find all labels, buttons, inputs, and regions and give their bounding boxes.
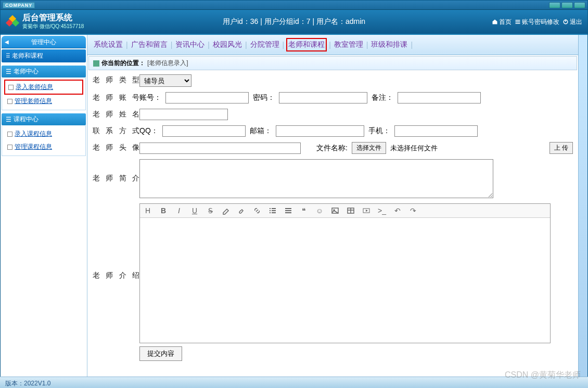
nav-branch[interactable]: 分院管理 <box>249 39 280 50</box>
right-scrollbar[interactable] <box>578 35 587 387</box>
heading-icon[interactable]: H <box>143 206 152 215</box>
choose-file-button[interactable]: 选择文件 <box>352 142 386 154</box>
label-phone: 手机： <box>368 126 390 136</box>
qq-input[interactable] <box>162 125 246 137</box>
submit-button[interactable]: 提交内容 <box>139 346 182 361</box>
breadcrumb: 你当前的位置： [老师信息录入] <box>88 56 577 70</box>
form-content: 老师类型 辅导员 老师账号 账号： 密码： 备注： <box>87 71 578 387</box>
nav-ads[interactable]: 广告和留言 <box>130 39 169 50</box>
label-contact: 联系方式 <box>93 125 139 136</box>
label-password: 密码： <box>253 93 275 102</box>
sidebar-group-label: 课程中心 <box>14 115 39 124</box>
svg-rect-6 <box>272 208 276 209</box>
italic-icon[interactable]: I <box>174 206 184 215</box>
brush-icon[interactable] <box>237 206 246 215</box>
label-username: 账号： <box>139 93 161 102</box>
app-title: 后台管理系统 <box>22 14 84 22</box>
maximize-button[interactable] <box>561 2 573 8</box>
logout-link[interactable]: 退出 <box>563 18 582 27</box>
link-icon[interactable] <box>252 206 262 215</box>
sidebar-group-course[interactable]: ☰ 课程中心 <box>2 113 86 125</box>
rich-editor: H B I U S̶ ❝ ☺ <box>139 203 551 343</box>
window-titlebar: COMPANY <box>1 1 587 10</box>
sidebar-item-label: 管理老师信息 <box>15 97 52 106</box>
bold-icon[interactable]: B <box>159 206 168 215</box>
label-avatar: 老师头像 <box>93 142 139 152</box>
nav-classroom[interactable]: 教室管理 <box>333 39 364 50</box>
nav-campus[interactable]: 校园风光 <box>212 39 243 50</box>
table-icon[interactable] <box>346 206 355 215</box>
quote-icon[interactable]: ❝ <box>299 206 309 215</box>
power-icon <box>563 19 569 25</box>
label-name: 老师姓名 <box>93 109 139 119</box>
phone-input[interactable] <box>394 125 478 137</box>
home-label: 首页 <box>499 18 512 27</box>
nav-schedule[interactable]: 班级和排课 <box>370 39 408 50</box>
username-input[interactable] <box>165 92 249 104</box>
image-icon[interactable] <box>330 206 340 215</box>
video-icon[interactable] <box>362 206 371 215</box>
sidebar-module: ⠿ 老师和课程 <box>2 49 86 62</box>
svg-rect-13 <box>285 212 291 213</box>
label-type: 老师类型 <box>93 74 139 85</box>
label-bio: 老师简介 <box>93 159 139 183</box>
list-icon[interactable] <box>268 206 277 215</box>
sidebar-group-teacher[interactable]: ☰ 老师中心 <box>2 66 86 77</box>
upload-button[interactable]: 上 传 <box>549 142 573 154</box>
underline-icon[interactable]: U <box>190 206 199 215</box>
sidebar-group-label: 老师中心 <box>14 67 39 76</box>
label-qq: QQ： <box>139 126 158 136</box>
minimize-button[interactable] <box>549 2 560 8</box>
label-remark: 备注： <box>372 93 393 102</box>
svg-rect-0 <box>516 20 520 21</box>
sidebar-item-add-teacher[interactable]: 录入老师信息 <box>4 80 83 95</box>
change-password-label: 账号密码修改 <box>522 18 559 27</box>
nav-system[interactable]: 系统设置 <box>93 39 124 50</box>
sidebar-item-add-course[interactable]: 录入课程信息 <box>4 127 83 140</box>
email-input[interactable] <box>276 125 364 137</box>
svg-rect-9 <box>270 212 271 213</box>
svg-rect-8 <box>272 210 276 211</box>
list-icon: ☰ <box>6 68 11 75</box>
svg-rect-11 <box>285 208 291 209</box>
change-password-link[interactable]: 账号密码修改 <box>515 18 559 27</box>
close-button[interactable] <box>574 2 585 8</box>
sidebar: 管理中心 ⠿ 老师和课程 ☰ 老师中心 录入老师信息 <box>1 35 87 387</box>
list-icon: ☰ <box>6 116 11 123</box>
sidebar-item-manage-teacher[interactable]: 管理老师信息 <box>4 95 83 108</box>
redo-icon[interactable]: ↷ <box>408 206 418 215</box>
label-intro: 老师介绍 <box>93 203 139 280</box>
editor-content[interactable] <box>140 218 550 343</box>
teacher-type-select[interactable]: 辅导员 <box>139 74 191 87</box>
version-text: 版本：2022V1.0 <box>5 380 50 387</box>
sidebar-title: 管理中心 <box>2 36 86 48</box>
sidebar-item-label: 管理课程信息 <box>15 143 52 151</box>
nav-teacher-course[interactable]: 老师和课程 <box>286 38 327 51</box>
avatar-path-input[interactable] <box>139 143 301 154</box>
list-icon <box>515 19 521 25</box>
nav-news[interactable]: 资讯中心 <box>174 39 206 50</box>
emoji-icon[interactable]: ☺ <box>315 206 324 215</box>
label-email: 邮箱： <box>250 126 272 136</box>
highlight-icon[interactable] <box>221 206 231 215</box>
code-icon[interactable]: >_ <box>377 206 387 215</box>
bio-textarea[interactable] <box>139 159 493 198</box>
align-icon[interactable] <box>284 206 293 215</box>
remark-input[interactable] <box>398 92 481 104</box>
svg-rect-2 <box>516 23 520 24</box>
sidebar-item-manage-course[interactable]: 管理课程信息 <box>4 140 83 153</box>
svg-rect-12 <box>285 210 291 211</box>
password-input[interactable] <box>279 92 367 104</box>
label-filename: 文件名称: <box>316 144 348 153</box>
strike-icon[interactable]: S̶ <box>206 206 215 215</box>
home-icon <box>492 19 498 25</box>
top-nav: 系统设置| 广告和留言| 资讯中心| 校园风光| 分院管理| 老师和课程| 教室… <box>87 35 578 55</box>
undo-icon[interactable]: ↶ <box>393 206 402 215</box>
bullet-icon <box>7 99 12 104</box>
user-info: 用户id：36 | 用户分组id：7 | 用户名：admin <box>223 17 365 27</box>
editor-toolbar: H B I U S̶ ❝ ☺ <box>140 204 550 218</box>
app-header: 后台管理系统 黄菊华 微信/QQ:45157718 用户id：36 | 用户分组… <box>1 10 587 34</box>
teacher-name-input[interactable] <box>139 109 228 120</box>
logo-icon <box>6 15 19 29</box>
home-link[interactable]: 首页 <box>492 18 512 27</box>
